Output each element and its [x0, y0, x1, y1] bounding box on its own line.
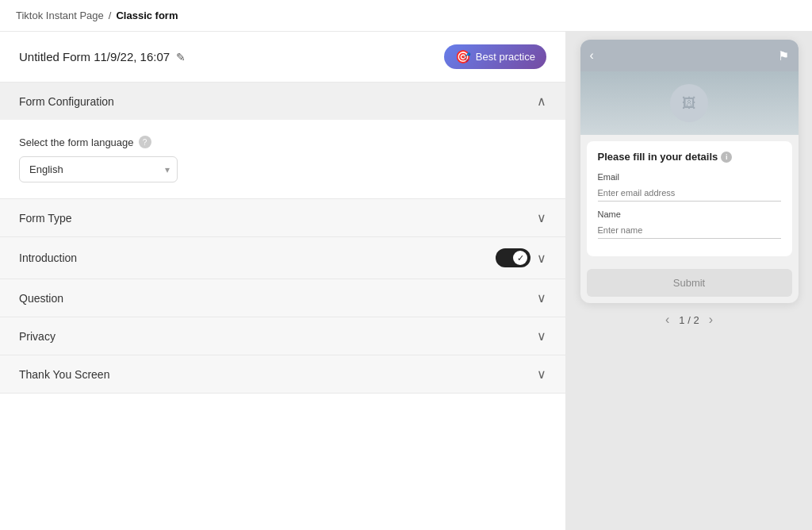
section-form-type-title: Form Type: [19, 212, 72, 225]
left-panel: Untitled Form 11/9/22, 16:07 ✎ 🎯 Best pr…: [0, 32, 566, 530]
pagination: ‹ 1 / 2 ›: [665, 313, 713, 327]
phone-top-bar: ‹ ⚑: [580, 40, 799, 71]
section-thank-you-screen-title: Thank You Screen: [19, 368, 109, 381]
form-card: Please fill in your details i Email Name: [587, 141, 792, 256]
section-privacy-title: Privacy: [19, 330, 56, 343]
section-introduction-title: Introduction: [19, 252, 77, 264]
pagination-prev[interactable]: ‹: [665, 313, 669, 327]
intro-row: ∨: [496, 248, 546, 267]
section-form-configuration-title: Form Configuration: [19, 95, 114, 108]
section-form-type: Form Type ∨: [0, 199, 565, 237]
breadcrumb: Tiktok Instant Page / Classic form: [16, 10, 178, 21]
section-question-chevron: ∨: [537, 290, 546, 305]
breadcrumb-separator: /: [109, 10, 112, 21]
submit-button[interactable]: Submit: [587, 269, 792, 297]
section-privacy-header[interactable]: Privacy ∨: [0, 317, 565, 355]
avatar-placeholder: 🖼: [682, 95, 696, 112]
pagination-display: 1 / 2: [679, 314, 699, 326]
right-panel: ‹ ⚑ 🖼 Please fill in your details i Emai…: [566, 32, 812, 530]
pagination-next[interactable]: ›: [709, 313, 713, 327]
section-question-title: Question: [19, 292, 63, 305]
name-input[interactable]: [598, 222, 781, 239]
section-thank-you-screen: Thank You Screen ∨: [0, 355, 565, 394]
email-field: Email: [598, 172, 781, 202]
introduction-toggle[interactable]: [496, 248, 530, 267]
panel-header: Untitled Form 11/9/22, 16:07 ✎ 🎯 Best pr…: [0, 32, 565, 83]
language-label-text: Select the form language: [19, 136, 134, 148]
section-thank-you-screen-chevron: ∨: [537, 367, 546, 382]
best-practice-button[interactable]: 🎯 Best practice: [444, 44, 546, 69]
email-input[interactable]: [598, 185, 781, 202]
section-introduction-header[interactable]: Introduction ∨: [0, 237, 565, 278]
form-title-row: Untitled Form 11/9/22, 16:07 ✎: [19, 50, 186, 63]
fill-details-title: Please fill in your details i: [598, 151, 781, 163]
section-form-type-chevron: ∨: [537, 210, 546, 225]
name-label: Name: [598, 209, 781, 219]
phone-back-icon[interactable]: ‹: [590, 48, 594, 63]
phone-flag-icon[interactable]: ⚑: [778, 48, 789, 63]
fill-details-text: Please fill in your details: [598, 151, 718, 163]
language-field-label: Select the form language ?: [19, 136, 546, 148]
main-layout: Untitled Form 11/9/22, 16:07 ✎ 🎯 Best pr…: [0, 32, 812, 530]
section-introduction: Introduction ∨: [0, 237, 565, 279]
preview-phone: ‹ ⚑ 🖼 Please fill in your details i Emai…: [580, 40, 799, 303]
breadcrumb-parent[interactable]: Tiktok Instant Page: [16, 10, 104, 21]
section-form-configuration-chevron: ∧: [537, 94, 546, 109]
edit-icon[interactable]: ✎: [176, 51, 186, 63]
top-bar: Tiktok Instant Page / Classic form: [0, 0, 812, 32]
section-introduction-chevron: ∨: [537, 251, 546, 266]
section-form-configuration-header[interactable]: Form Configuration ∧: [0, 83, 565, 120]
language-help-icon[interactable]: ?: [139, 136, 151, 148]
section-form-type-header[interactable]: Form Type ∨: [0, 199, 565, 236]
submit-btn-area: Submit: [580, 263, 799, 303]
language-select[interactable]: English French German Spanish Japanese: [19, 156, 178, 182]
fill-details-info-icon[interactable]: i: [721, 152, 732, 163]
section-privacy-chevron: ∨: [537, 328, 546, 344]
section-question: Question ∨: [0, 279, 565, 317]
form-title: Untitled Form 11/9/22, 16:07: [19, 50, 170, 63]
phone-header-image: 🖼: [580, 71, 799, 135]
email-label: Email: [598, 172, 781, 182]
header-avatar: 🖼: [670, 84, 708, 122]
best-practice-label: Best practice: [476, 51, 535, 63]
language-select-wrapper: English French German Spanish Japanese ▾: [19, 156, 178, 182]
section-question-header[interactable]: Question ∨: [0, 279, 565, 317]
breadcrumb-current: Classic form: [116, 10, 178, 21]
section-form-configuration-content: Select the form language ? English Frenc…: [0, 120, 565, 198]
name-field: Name: [598, 209, 781, 239]
section-thank-you-screen-header[interactable]: Thank You Screen ∨: [0, 355, 565, 393]
section-form-configuration: Form Configuration ∧ Select the form lan…: [0, 83, 565, 199]
toggle-area: [496, 248, 530, 267]
section-privacy: Privacy ∨: [0, 317, 565, 355]
